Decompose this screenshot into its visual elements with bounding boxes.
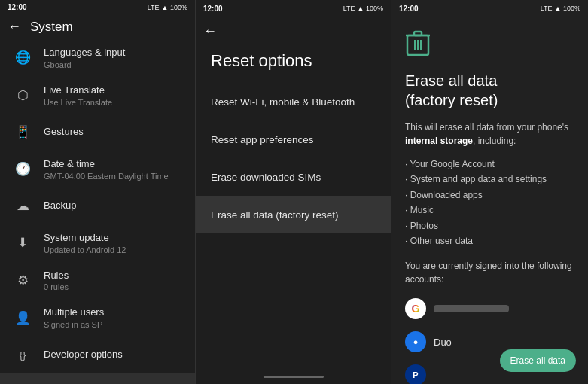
back-button-left[interactable]: ←: [8, 19, 21, 35]
system-update-subtitle: Updated to Android 12: [44, 245, 126, 254]
top-bar-mid: ←: [196, 17, 391, 45]
live-translate-subtitle: Use Live Translate: [44, 98, 112, 107]
gestures-label: Gestures: [44, 126, 84, 139]
erase-item-system: · System and app data and settings: [405, 172, 574, 187]
time-left: 12:00: [8, 3, 27, 11]
status-icons-left: LTE ▲ 100%: [148, 4, 187, 11]
erase-item-photos: · Photos: [405, 218, 574, 233]
sidebar-item-live-translate[interactable]: ⬡ Live Translate Use Live Translate: [0, 77, 195, 114]
languages-subtitle: Gboard: [44, 60, 125, 69]
reset-options-title: Reset options: [211, 51, 312, 70]
erase-item-other: · Other user data: [405, 233, 574, 248]
mid-panel: 12:00 LTE ▲ 100% ← Reset options Reset W…: [196, 0, 391, 384]
nav-indicator-mid: [264, 376, 324, 378]
signal-icon-right: LTE: [541, 5, 553, 12]
date-time-label: Date & time: [44, 158, 169, 171]
rules-subtitle: 0 rules: [44, 282, 69, 291]
panel-title-left: System: [30, 20, 73, 35]
factory-reset-label: Erase all data (factory reset): [211, 209, 339, 221]
duo-account-label: Duo: [434, 337, 452, 348]
globe-icon: 🌐: [12, 47, 33, 69]
erase-item-google: · Your Google Account: [405, 157, 574, 172]
duo-logo: ●: [405, 331, 426, 352]
status-icons-mid: LTE ▲ 100%: [343, 5, 383, 12]
reset-wifi-label: Reset Wi-Fi, mobile & Bluetooth: [211, 96, 355, 108]
backup-icon: ☁: [12, 196, 33, 217]
reset-app-label: Reset app preferences: [211, 134, 314, 145]
reset-icon: ↺: [12, 380, 33, 384]
date-time-subtitle: GMT-04:00 Eastern Daylight Time: [44, 172, 169, 181]
rules-label: Rules: [44, 270, 69, 282]
paypal-logo: P: [405, 364, 426, 384]
erase-all-data-title: Erase all data(factory reset): [405, 71, 574, 110]
duo-label: ●: [413, 337, 419, 346]
status-icons-right: LTE ▲ 100%: [541, 5, 580, 12]
gestures-icon: 📱: [12, 122, 33, 143]
reset-options-heading-area: Reset options: [196, 45, 391, 83]
system-update-label: System update: [44, 232, 126, 245]
erase-description: This will erase all data from your phone…: [405, 120, 574, 148]
sidebar-item-backup[interactable]: ☁ Backup: [0, 188, 195, 224]
users-icon: 👤: [12, 307, 33, 328]
sidebar-item-multiple-users[interactable]: 👤 Multiple users Signed in as SP: [0, 299, 195, 337]
google-logo: G: [405, 298, 426, 319]
time-mid: 12:00: [203, 5, 223, 13]
clock-icon: 🕐: [12, 159, 33, 180]
trash-icon: [405, 29, 431, 57]
sidebar-item-rules[interactable]: ⚙ Rules 0 rules: [0, 262, 195, 300]
translate-icon: ⬡: [12, 85, 33, 106]
bottom-indicator-mid: [196, 369, 391, 384]
reset-app-item[interactable]: Reset app preferences: [196, 120, 391, 158]
battery-icon-right: ▲ 100%: [555, 5, 580, 12]
status-bar-mid: 12:00 LTE ▲ 100%: [196, 0, 391, 17]
live-translate-label: Live Translate: [44, 84, 112, 97]
top-bar-left: ← System: [0, 14, 195, 39]
erase-item-apps: · Downloaded apps: [405, 187, 574, 203]
google-account-name-bar: [434, 305, 509, 312]
trash-icon-container: [405, 29, 574, 60]
desc-bold: internal storage: [405, 136, 473, 146]
desc-prefix: This will erase all data from your phone…: [405, 122, 568, 133]
sidebar-item-date-time[interactable]: 🕐 Date & time GMT-04:00 Eastern Daylight…: [0, 151, 195, 188]
multiple-users-label: Multiple users: [44, 306, 104, 319]
status-bar-left: 12:00 LTE ▲ 100%: [0, 0, 195, 14]
right-panel: 12:00 LTE ▲ 100% Erase all data(factory …: [391, 0, 588, 384]
reset-wifi-item[interactable]: Reset Wi-Fi, mobile & Bluetooth: [196, 83, 391, 120]
erase-item-music: · Music: [405, 203, 574, 218]
sidebar-item-gestures[interactable]: 📱 Gestures: [0, 114, 195, 151]
signal-icon-mid: LTE: [343, 5, 355, 12]
left-panel: 12:00 LTE ▲ 100% ← System 🌐 Languages & …: [0, 0, 196, 384]
erase-all-data-button[interactable]: Erase all data: [500, 349, 576, 372]
languages-label: Languages & input: [44, 47, 125, 59]
google-account-row: G: [405, 294, 574, 324]
rules-icon: ⚙: [12, 270, 33, 291]
developer-options-label: Developer options: [44, 349, 123, 361]
right-panel-content: Erase all data(factory reset) This will …: [391, 17, 588, 384]
back-button-mid[interactable]: ←: [203, 23, 217, 39]
sidebar-item-reset-options[interactable]: ↺ Reset options: [0, 373, 195, 384]
erase-sims-label: Erase downloaded SIMs: [211, 172, 321, 183]
developer-icon: {}: [12, 344, 33, 365]
sidebar-item-system-update[interactable]: ⬇ System update Updated to Android 12: [0, 224, 195, 262]
factory-reset-item[interactable]: Erase all data (factory reset): [196, 196, 391, 233]
update-icon: ⬇: [12, 233, 33, 254]
backup-label: Backup: [44, 200, 76, 212]
erase-items-list: · Your Google Account · System and app d…: [405, 157, 574, 248]
multiple-users-subtitle: Signed in as SP: [44, 320, 104, 329]
erase-sims-item[interactable]: Erase downloaded SIMs: [196, 158, 391, 196]
paypal-p-letter: P: [413, 370, 418, 379]
accounts-title: You are currently signed into the follow…: [405, 259, 574, 286]
reset-options-list: Reset Wi-Fi, mobile & Bluetooth Reset ap…: [196, 83, 391, 233]
battery-icon-mid: ▲ 100%: [358, 5, 383, 12]
time-right: 12:00: [399, 5, 419, 13]
sidebar-item-languages[interactable]: 🌐 Languages & input Gboard: [0, 39, 195, 77]
desc-suffix: , including:: [473, 136, 516, 146]
signal-icon: LTE: [148, 4, 160, 11]
google-g-letter: G: [412, 303, 420, 315]
status-bar-right: 12:00 LTE ▲ 100%: [391, 0, 588, 17]
menu-list-left: 🌐 Languages & input Gboard ⬡ Live Transl…: [0, 39, 195, 384]
sidebar-item-developer-options[interactable]: {} Developer options: [0, 337, 195, 373]
battery-icon: ▲ 100%: [162, 4, 187, 11]
